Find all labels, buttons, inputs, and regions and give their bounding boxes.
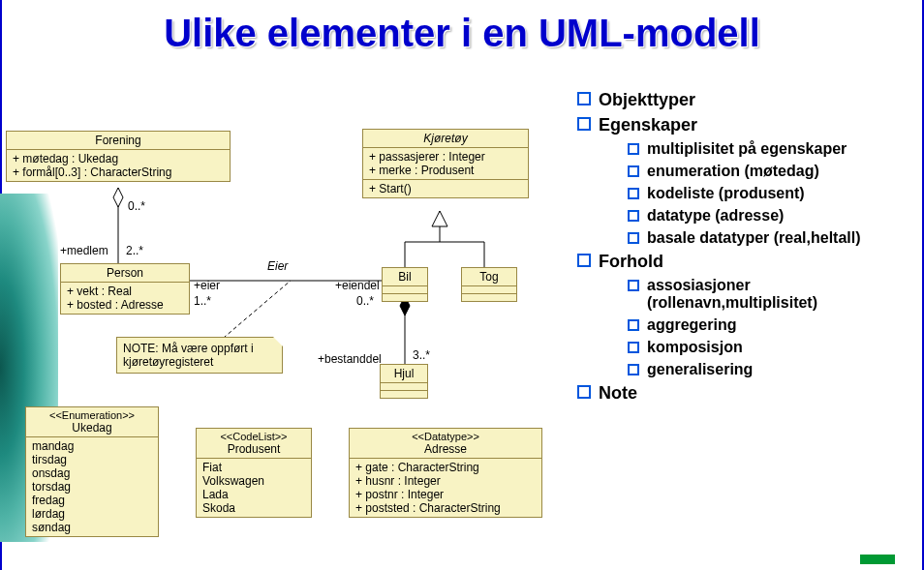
class-kjoretoy: Kjøretøy + passasjerer : Integer + merke…	[362, 129, 529, 198]
bullet-sub: multiplisitet på egenskaper	[628, 140, 918, 158]
stereotype-label: <<CodeList>>	[202, 431, 305, 442]
bullet-egenskaper: Egenskaper	[577, 115, 918, 135]
role-label: +medlem	[60, 244, 108, 257]
codelist-produsent: <<CodeList>> Produsent Fiat Volkswagen L…	[196, 428, 312, 518]
bullet-text: Egenskaper	[599, 115, 697, 135]
square-bullet-icon	[577, 254, 591, 267]
square-bullet-icon	[628, 364, 639, 375]
attr: + postnr : Integer	[355, 488, 536, 501]
uml-note: NOTE: Må være oppført i kjøretøyregister…	[116, 337, 283, 374]
bullet-text: enumeration (møtedag)	[647, 163, 819, 180]
bullet-sub: aggregering	[628, 316, 918, 334]
class-name: Kjøretøy	[363, 130, 528, 147]
attr: + bosted : Adresse	[67, 298, 183, 312]
bullet-list: Objekttyper Egenskaper multiplisitet på …	[577, 85, 918, 408]
bullet-sub: enumeration (møtedag)	[628, 163, 918, 180]
square-bullet-icon	[628, 143, 639, 155]
class-name: Forening	[7, 132, 230, 149]
codelist-value: Fiat	[202, 461, 305, 474]
slide-title: Ulike elementer i en UML-modell	[0, 12, 924, 55]
bullet-text: kodeliste (produsent)	[647, 185, 805, 202]
class-name: Produsent	[202, 442, 305, 456]
bullet-text: komposisjon	[647, 339, 743, 356]
bullet-text: multiplisitet på egenskaper	[647, 140, 847, 158]
square-bullet-icon	[628, 232, 639, 244]
bullet-text: generalisering	[647, 361, 753, 378]
multiplicity-label: 3..*	[413, 348, 430, 362]
bullet-sub: kodeliste (produsent)	[628, 185, 918, 202]
svg-marker-1	[113, 188, 123, 207]
codelist-value: Skoda	[202, 501, 305, 515]
multiplicity-label: 1..*	[194, 294, 211, 308]
bullet-sub: assosiasjoner (rollenavn,multiplisitet)	[628, 277, 918, 312]
role-label: +bestanddel	[318, 352, 382, 366]
multiplicity-label: 0..*	[356, 294, 374, 308]
attr: + poststed : CharacterString	[355, 501, 536, 515]
association-name: Eier	[267, 259, 288, 273]
operation: + Start()	[369, 182, 522, 195]
class-name: Person	[61, 264, 189, 282]
class-person: Person + vekt : Real + bosted : Adresse	[60, 263, 190, 315]
role-label: +eier	[194, 279, 220, 292]
enum-value: mandag	[32, 439, 152, 453]
square-bullet-icon	[577, 385, 591, 399]
bullet-sub: datatype (adresse)	[628, 207, 918, 225]
square-bullet-icon	[628, 188, 639, 199]
enum-value: onsdag	[32, 466, 152, 480]
square-bullet-icon	[628, 165, 639, 177]
class-name: Adresse	[355, 442, 536, 456]
square-bullet-icon	[628, 280, 639, 291]
square-bullet-icon	[628, 342, 639, 353]
attr: + merke : Produsent	[369, 164, 522, 177]
class-bil: Bil	[382, 267, 428, 302]
bullet-text: Forhold	[599, 252, 663, 272]
bullet-sub: komposisjon	[628, 339, 918, 356]
bullet-text: basale datatyper (real,heltall)	[647, 229, 861, 247]
enum-value: søndag	[32, 521, 152, 534]
square-bullet-icon	[577, 92, 591, 105]
enum-value: fredag	[32, 494, 152, 507]
square-bullet-icon	[577, 117, 591, 131]
datatype-adresse: <<Datatype>> Adresse + gate : CharacterS…	[349, 428, 542, 518]
bullet-note: Note	[577, 383, 918, 404]
bullet-forhold: Forhold	[577, 252, 918, 272]
attr: + gate : CharacterString	[355, 461, 536, 474]
attr: + passasjerer : Integer	[369, 150, 522, 164]
multiplicity-label: 0..*	[128, 199, 145, 213]
bullet-objekttyper: Objekttyper	[577, 90, 918, 110]
codelist-value: Lada	[202, 488, 305, 501]
bullet-sub: generalisering	[628, 361, 918, 378]
enum-ukedag: <<Enumeration>> Ukedag mandag tirsdag on…	[25, 406, 159, 537]
stereotype-label: <<Datatype>>	[355, 431, 536, 442]
class-name: Hjul	[381, 365, 427, 382]
bullet-text: assosiasjoner (rollenavn,multiplisitet)	[647, 277, 918, 312]
enum-value: torsdag	[32, 480, 152, 494]
class-name: Tog	[462, 268, 516, 285]
bullet-text: datatype (adresse)	[647, 207, 784, 225]
codelist-value: Volkswagen	[202, 474, 305, 488]
stereotype-label: <<Enumeration>>	[32, 409, 152, 421]
bullet-text: Note	[599, 383, 637, 404]
attr: + møtedag : Ukedag	[13, 152, 224, 165]
enum-value: lørdag	[32, 507, 152, 521]
enum-value: tirsdag	[32, 453, 152, 466]
class-tog: Tog	[461, 267, 517, 302]
class-name: Ukedag	[32, 421, 152, 435]
bullet-text: Objekttyper	[599, 90, 695, 110]
class-forening: Forening + møtedag : Ukedag + formål[0..…	[6, 131, 231, 182]
attr: + husnr : Integer	[355, 474, 536, 488]
bullet-text: aggregering	[647, 316, 736, 334]
square-bullet-icon	[628, 210, 639, 222]
footer-accent-bar	[860, 555, 895, 564]
note-text: NOTE: Må være oppført i kjøretøyregister…	[123, 342, 254, 369]
attr: + vekt : Real	[67, 285, 183, 298]
class-hjul: Hjul	[380, 364, 428, 399]
class-name: Bil	[383, 268, 427, 285]
role-label: +eiendel	[335, 279, 380, 292]
square-bullet-icon	[628, 319, 639, 331]
multiplicity-label: 2..*	[126, 244, 143, 257]
attr: + formål[0..3] : CharacterString	[13, 165, 224, 179]
uml-diagram: Forening + møtedag : Ukedag + formål[0..…	[0, 116, 571, 561]
svg-line-3	[218, 281, 291, 343]
bullet-sub: basale datatyper (real,heltall)	[628, 229, 918, 247]
